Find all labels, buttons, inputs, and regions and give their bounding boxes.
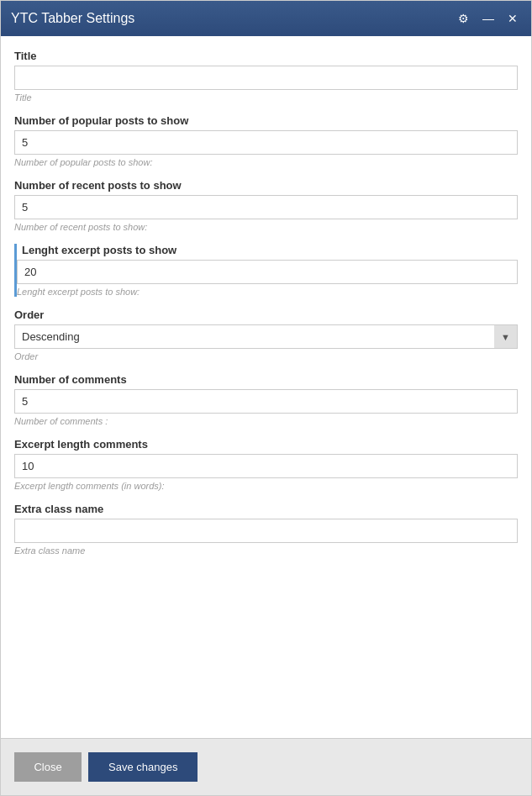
excerpt-posts-input[interactable]: [17, 260, 518, 284]
extra-class-hint: Extra class name: [14, 546, 518, 556]
order-field-group: Order Ascending Descending ▼ Order: [14, 308, 518, 361]
excerpt-comments-label: Excerpt length comments: [14, 438, 518, 451]
title-input[interactable]: [14, 66, 518, 90]
excerpt-posts-label: Lenght excerpt posts to show: [17, 244, 518, 256]
order-select[interactable]: Ascending Descending: [14, 324, 518, 349]
recent-posts-field-group: Number of recent posts to show Number of…: [14, 179, 518, 232]
num-comments-field-group: Number of comments Number of comments :: [14, 373, 518, 426]
recent-posts-label: Number of recent posts to show: [14, 179, 518, 192]
order-hint: Order: [14, 351, 518, 361]
excerpt-comments-field-group: Excerpt length comments Excerpt length c…: [14, 438, 518, 491]
settings-icon-button[interactable]: ⚙: [455, 11, 472, 26]
excerpt-posts-field-group: Lenght excerpt posts to show Lenght exce…: [14, 244, 518, 297]
extra-class-label: Extra class name: [14, 503, 518, 515]
order-label: Order: [14, 308, 518, 321]
num-comments-label: Number of comments: [14, 373, 518, 386]
excerpt-comments-input[interactable]: [14, 454, 518, 478]
num-comments-input[interactable]: [14, 389, 518, 414]
settings-window: YTC Tabber Settings ⚙ — ✕ Title Title Nu…: [0, 0, 532, 796]
extra-class-field-group: Extra class name Extra class name: [14, 503, 518, 556]
recent-posts-input[interactable]: [14, 195, 518, 219]
popular-posts-input[interactable]: [14, 130, 518, 155]
minimize-button[interactable]: —: [479, 11, 498, 26]
excerpt-comments-hint: Excerpt length comments (in words):: [14, 481, 518, 491]
settings-content: Title Title Number of popular posts to s…: [1, 36, 531, 725]
num-comments-hint: Number of comments :: [14, 416, 518, 426]
close-button[interactable]: Close: [14, 752, 82, 782]
close-window-button[interactable]: ✕: [504, 11, 521, 26]
popular-posts-field-group: Number of popular posts to show Number o…: [14, 114, 518, 167]
window-title: YTC Tabber Settings: [11, 11, 134, 26]
recent-posts-hint: Number of recent posts to show:: [14, 222, 518, 232]
popular-posts-hint: Number of popular posts to show:: [14, 157, 518, 167]
popular-posts-label: Number of popular posts to show: [14, 114, 518, 127]
footer: Close Save changes: [1, 738, 531, 795]
title-hint: Title: [14, 92, 518, 103]
extra-class-input[interactable]: [14, 519, 518, 543]
title-label: Title: [14, 50, 518, 62]
titlebar: YTC Tabber Settings ⚙ — ✕: [1, 1, 531, 36]
title-field-group: Title Title: [14, 50, 518, 103]
order-select-wrapper: Ascending Descending ▼: [14, 324, 518, 349]
save-button[interactable]: Save changes: [88, 752, 198, 782]
excerpt-posts-hint: Lenght excerpt posts to show:: [17, 287, 518, 297]
titlebar-controls: ⚙ — ✕: [455, 11, 521, 26]
